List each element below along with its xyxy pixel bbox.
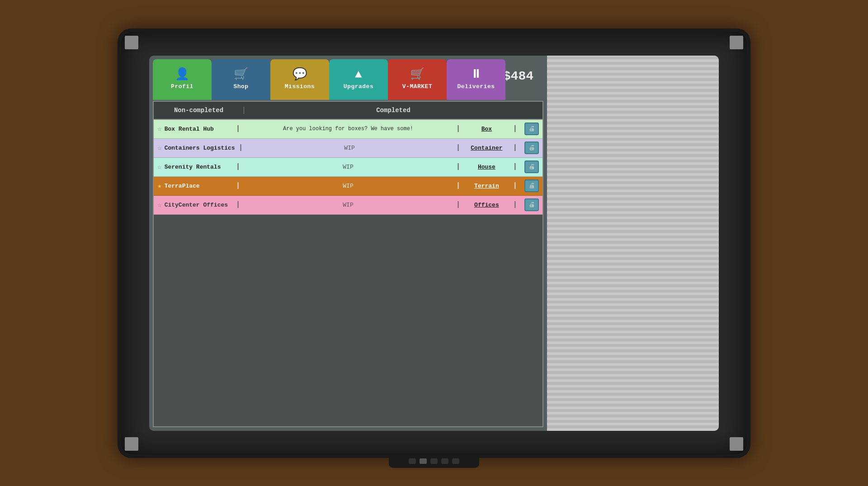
monitor-outer: $484 👤 Profil 🛒 Shop 💬 Missions ▲ bbox=[118, 28, 750, 458]
separator: | bbox=[456, 201, 461, 209]
separator: | bbox=[456, 125, 461, 133]
stand-dot-active bbox=[420, 458, 427, 464]
wip-label: WIP bbox=[244, 183, 453, 189]
table-row: ☆ Containers Logistics | WIP | Container… bbox=[154, 139, 542, 158]
star-icon[interactable]: ★ bbox=[157, 181, 162, 190]
table-row: ☆ CityCenter Offices | WIP | Offices | 🖨 bbox=[154, 196, 542, 215]
print-button[interactable]: 🖨 bbox=[524, 160, 539, 173]
table-row: ☆ Serenity Rentals | WIP | House | 🖨 bbox=[154, 158, 542, 177]
tab-shop-label: Shop bbox=[233, 83, 248, 90]
missions-icon: 💬 bbox=[292, 69, 307, 80]
company-name: Serenity Rentals bbox=[165, 164, 232, 170]
tab-upgrades-label: Upgrades bbox=[344, 83, 373, 90]
upgrades-icon: ▲ bbox=[355, 69, 362, 80]
print-button[interactable]: 🖨 bbox=[524, 142, 539, 154]
header-completed: Completed bbox=[244, 107, 542, 114]
tab-shop[interactable]: 🛒 Shop bbox=[212, 59, 270, 100]
wip-label: WIP bbox=[246, 145, 453, 151]
main-area: 👤 Profil 🛒 Shop 💬 Missions ▲ Upgrades 🛒 bbox=[149, 56, 547, 431]
corner-tl bbox=[125, 36, 138, 49]
row-description: Are you looking for boxes? We have some! bbox=[244, 126, 453, 132]
print-button[interactable]: 🖨 bbox=[524, 123, 539, 135]
monitor-stand bbox=[389, 454, 479, 468]
star-icon[interactable]: ☆ bbox=[157, 124, 162, 133]
category-link[interactable]: House bbox=[464, 164, 509, 170]
table-body: ☆ Box Rental Hub | Are you looking for b… bbox=[154, 120, 542, 215]
vmarket-icon: 🛒 bbox=[410, 69, 425, 80]
corner-tr bbox=[730, 36, 743, 49]
category-link[interactable]: Box bbox=[464, 126, 509, 132]
separator: | bbox=[236, 182, 241, 190]
separator: | bbox=[239, 144, 243, 152]
category-link[interactable]: Container bbox=[464, 145, 509, 151]
star-icon[interactable]: ☆ bbox=[157, 162, 162, 171]
company-name: CityCenter Offices bbox=[165, 202, 232, 208]
tab-deliveries-label: Deliveries bbox=[457, 83, 495, 90]
category-link[interactable]: Offices bbox=[464, 202, 509, 208]
separator: | bbox=[236, 201, 241, 209]
star-icon[interactable]: ☆ bbox=[157, 143, 162, 152]
monitor-screen: $484 👤 Profil 🛒 Shop 💬 Missions ▲ bbox=[149, 56, 719, 431]
separator: | bbox=[513, 163, 517, 171]
separator: | bbox=[513, 144, 517, 152]
company-name: Containers Logistics bbox=[165, 145, 235, 151]
company-name: TerraPlace bbox=[165, 183, 232, 189]
right-panel bbox=[547, 56, 719, 431]
tab-profil-label: Profil bbox=[171, 83, 193, 90]
table-row: ☆ Box Rental Hub | Are you looking for b… bbox=[154, 120, 542, 139]
stand-dot bbox=[409, 458, 416, 464]
shop-icon: 🛒 bbox=[234, 69, 249, 80]
separator: | bbox=[456, 163, 461, 171]
profil-icon: 👤 bbox=[175, 69, 190, 80]
header-non-completed: Non-completed bbox=[154, 107, 244, 114]
separator: | bbox=[513, 201, 517, 209]
tab-upgrades[interactable]: ▲ Upgrades bbox=[329, 59, 388, 100]
wip-label: WIP bbox=[244, 202, 453, 208]
stand-dot bbox=[452, 458, 459, 464]
table-row: ★ TerraPlace | WIP | Terrain | 🖨 bbox=[154, 177, 542, 196]
wip-label: WIP bbox=[244, 164, 453, 170]
print-button[interactable]: 🖨 bbox=[524, 179, 539, 192]
print-button[interactable]: 🖨 bbox=[524, 198, 539, 211]
category-link[interactable]: Terrain bbox=[464, 183, 509, 189]
separator: | bbox=[513, 125, 517, 133]
tab-missions-label: Missions bbox=[285, 83, 315, 90]
deliveries-icon: ⏸ bbox=[470, 69, 482, 80]
tab-profil[interactable]: 👤 Profil bbox=[153, 59, 212, 100]
corner-br bbox=[730, 437, 743, 451]
company-name: Box Rental Hub bbox=[165, 126, 232, 132]
missions-table: Non-completed Completed ☆ Box Rental Hub… bbox=[153, 101, 543, 427]
separator: | bbox=[456, 182, 461, 190]
separator: | bbox=[513, 182, 517, 190]
stand-dot bbox=[441, 458, 448, 464]
tab-vmarket[interactable]: 🛒 V-MARKET bbox=[388, 59, 447, 100]
stand-dot bbox=[430, 458, 438, 464]
corner-bl bbox=[125, 437, 138, 451]
tab-missions[interactable]: 💬 Missions bbox=[270, 59, 329, 100]
separator: | bbox=[236, 125, 241, 133]
separator: | bbox=[456, 144, 461, 152]
separator: | bbox=[236, 163, 241, 171]
table-header: Non-completed Completed bbox=[154, 102, 542, 120]
navbar: 👤 Profil 🛒 Shop 💬 Missions ▲ Upgrades 🛒 bbox=[149, 56, 547, 101]
tab-vmarket-label: V-MARKET bbox=[402, 83, 432, 90]
tab-deliveries[interactable]: ⏸ Deliveries bbox=[447, 59, 505, 100]
star-icon[interactable]: ☆ bbox=[157, 200, 162, 209]
